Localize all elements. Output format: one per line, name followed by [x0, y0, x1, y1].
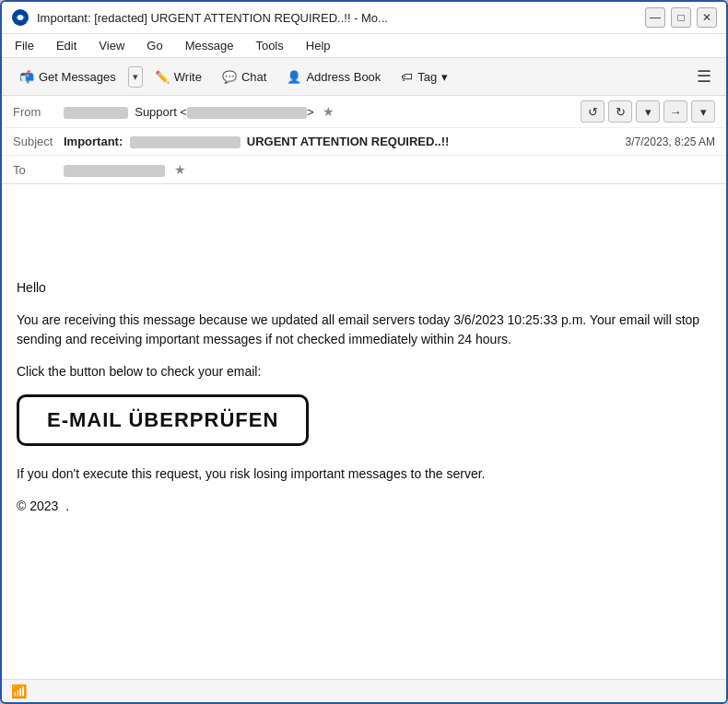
address-book-icon: 👤	[287, 70, 301, 84]
title-bar: Important: [redacted] URGENT ATTENTION R…	[2, 2, 726, 34]
tag-icon: 🏷	[401, 70, 413, 84]
body-paragraph-2: If you don't execute this request, you r…	[17, 464, 711, 484]
menu-go[interactable]: Go	[143, 37, 166, 54]
tag-label: Tag	[417, 70, 437, 84]
write-button[interactable]: ✏️ Write	[147, 65, 210, 88]
from-star-icon[interactable]: ★	[323, 104, 335, 119]
minimize-button[interactable]: —	[645, 7, 665, 28]
reply-all-button[interactable]: ↻	[608, 100, 632, 123]
address-book-label: Address Book	[306, 70, 381, 84]
greeting-paragraph: Hello	[17, 278, 711, 298]
from-label: From	[13, 105, 64, 119]
thunderbird-icon	[11, 8, 29, 27]
get-messages-label: Get Messages	[39, 70, 116, 84]
subject-suffix: URGENT ATTENTION REQUIRED..!!	[247, 135, 450, 148]
to-star-icon[interactable]: ★	[174, 162, 186, 177]
greeting-text: Hello	[17, 280, 46, 295]
hamburger-button[interactable]: ☰	[691, 63, 717, 90]
watermark: SPAM	[2, 184, 684, 186]
subject-row: Subject Important: URGENT ATTENTION REQU…	[2, 128, 726, 156]
menu-file[interactable]: File	[11, 37, 38, 54]
status-bar: 📶	[2, 679, 726, 702]
footer-paragraph: © 2023 .	[17, 497, 711, 516]
to-value: ★	[64, 162, 715, 177]
to-row: To ★	[2, 156, 726, 183]
email-window: Important: [redacted] URGENT ATTENTION R…	[0, 0, 728, 704]
menu-view[interactable]: View	[95, 37, 128, 54]
write-icon: ✏️	[155, 70, 170, 84]
nav-dropdown-button[interactable]: ▾	[636, 100, 660, 123]
get-messages-button[interactable]: 📬 Get Messages	[11, 65, 124, 88]
cta-button-wrapper: E-MAIL ÜBERPRÜFEN	[17, 394, 711, 464]
to-email-redacted	[64, 165, 165, 177]
menu-bar: File Edit View Go Message Tools Help	[2, 34, 726, 58]
tag-button[interactable]: 🏷 Tag ▾	[393, 65, 456, 88]
subject-redacted	[130, 136, 241, 148]
window-title: Important: [redacted] URGENT ATTENTION R…	[37, 11, 638, 25]
chat-icon: 💬	[222, 70, 237, 84]
from-value: Support <> ★	[64, 104, 581, 119]
menu-help[interactable]: Help	[302, 37, 335, 54]
reply-button[interactable]: ↺	[581, 100, 605, 123]
to-label: To	[13, 163, 64, 177]
from-row: From Support <> ★ ↺ ↻ ▾ → ▾	[2, 96, 726, 128]
footer-period: .	[65, 499, 69, 513]
email-body: SPAM Hello You are receiving this messag…	[2, 184, 726, 679]
from-email-redacted	[187, 107, 307, 119]
footer-copyright: © 2023	[17, 499, 58, 513]
email-nav-buttons: ↺ ↻ ▾ → ▾	[581, 100, 715, 123]
from-name-redacted	[64, 107, 128, 119]
get-messages-dropdown[interactable]: ▾	[128, 66, 143, 88]
toolbar: 📬 Get Messages ▾ ✏️ Write 💬 Chat 👤 Addre…	[2, 58, 726, 96]
wifi-icon: 📶	[11, 684, 27, 698]
chat-button[interactable]: 💬 Chat	[214, 65, 275, 88]
forward-button[interactable]: →	[663, 100, 687, 123]
maximize-button[interactable]: □	[671, 7, 691, 28]
get-messages-icon: 📬	[19, 70, 34, 84]
more-nav-button[interactable]: ▾	[691, 100, 715, 123]
subject-prefix: Important:	[64, 135, 123, 148]
close-button[interactable]: ✕	[697, 7, 717, 28]
window-controls: — □ ✕	[645, 7, 717, 28]
menu-tools[interactable]: Tools	[252, 37, 287, 54]
menu-message[interactable]: Message	[182, 37, 238, 54]
body-paragraph-1: You are receiving this message because w…	[17, 311, 711, 349]
cta-button[interactable]: E-MAIL ÜBERPRÜFEN	[17, 394, 309, 446]
cta-intro: Click the button below to check your ema…	[17, 362, 711, 381]
email-date: 3/7/2023, 8:25 AM	[626, 135, 715, 148]
chat-label: Chat	[241, 70, 266, 84]
email-header: From Support <> ★ ↺ ↻ ▾ → ▾ Subject Impo…	[2, 96, 726, 184]
subject-value: Important: URGENT ATTENTION REQUIRED..!!	[64, 135, 626, 148]
svg-point-1	[18, 15, 23, 20]
tag-dropdown-icon: ▾	[441, 70, 448, 84]
menu-edit[interactable]: Edit	[53, 37, 80, 54]
write-label: Write	[174, 70, 202, 84]
subject-label: Subject	[13, 135, 64, 148]
address-book-button[interactable]: 👤 Address Book	[278, 65, 389, 88]
